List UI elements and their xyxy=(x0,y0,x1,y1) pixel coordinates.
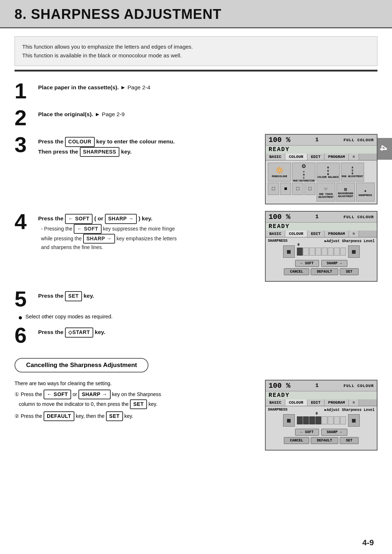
lcd-mode-2: FULL COLOUR xyxy=(343,215,374,219)
lcd-sharpness-body-2: SHARPNESS ▶Adjust Sharpness Level ▦ 0 xyxy=(266,237,377,281)
screen-3-container: 100 % 1 FULL COLOUR READY BASIC COLOUR E… xyxy=(265,380,377,451)
sharp-key-cancel: SHARP → xyxy=(78,390,110,399)
colour-key: COLOUR xyxy=(65,137,95,147)
lcd-icon-row2: □ ■ □ □ ☞ ONE TOUCHADJUSTMENT ▤ BACKGROU… xyxy=(268,183,375,201)
step-3-left: 3 Press the COLOUR key to enter the colo… xyxy=(15,134,258,157)
lcd-counter-3: 1 xyxy=(315,383,319,389)
sharp-btn-2[interactable]: SHARP → xyxy=(321,260,347,267)
tab-program-2: PROGRAM xyxy=(324,231,349,237)
sharpness-label-row-3: SHARPNESS ▶Adjust Sharpness Level xyxy=(268,408,375,412)
default-btn-3[interactable]: DEFAULT xyxy=(311,437,338,444)
tab-colour-1: COLOUR xyxy=(285,154,307,160)
lcd-counter-1: 1 xyxy=(315,137,319,143)
seg-2-7 xyxy=(334,248,340,256)
soft-key-sub: ← SOFT xyxy=(74,224,101,234)
tab-program-1: PROGRAM xyxy=(324,154,349,160)
icon-colour-balance: RGB COLOUR BALANCE xyxy=(317,163,340,182)
cancel-intro: There are two ways for clearing the sett… xyxy=(15,380,258,387)
seg-row-3 xyxy=(297,416,346,424)
step-2: 2 Place the original(s). ► Page 2-9 xyxy=(15,107,377,129)
seg-3-6 xyxy=(328,416,334,424)
bar-wrapper-3: 0 xyxy=(297,416,346,424)
start-key-6: ◇START xyxy=(65,327,93,338)
default-btn-2[interactable]: DEFAULT xyxy=(311,268,338,275)
seg-2-5 xyxy=(322,248,327,256)
step-4-subtext: - Pressing the ← SOFT key suppresses the… xyxy=(41,224,258,251)
bar-icon-left-2: ▦ xyxy=(283,245,295,258)
tab-edit-1: EDIT xyxy=(307,154,324,160)
soft-btn-2[interactable]: ← SOFT xyxy=(295,260,319,267)
cancel-btn-3[interactable]: CANCEL xyxy=(284,437,309,444)
lcd-counter-2: 1 xyxy=(315,214,319,220)
seg-3-4 xyxy=(315,416,321,424)
cancel-btn-2[interactable]: CANCEL xyxy=(284,268,309,275)
bar-icon-left-3: ▦ xyxy=(283,414,295,427)
step-3-row: 3 Press the COLOUR key to enter the colo… xyxy=(15,134,258,157)
set-key-cancel: SET xyxy=(130,399,147,409)
set-key-5: SET xyxy=(65,291,82,301)
sharpness-label-row: SHARPNESS ▶Adjust Sharpness Level xyxy=(268,239,375,243)
step-1-suffix: ► Page 2-4 xyxy=(121,84,151,90)
lcd-screen-3: 100 % 1 FULL COLOUR READY BASIC COLOUR E… xyxy=(265,380,377,451)
icon-monocolour: 🔆 MONOCOLOUR xyxy=(268,163,291,182)
lcd-top-bar-3: 100 % 1 FULL COLOUR xyxy=(266,380,377,391)
page-header: 8. SHARPNESS ADJUSTMENT xyxy=(0,0,392,28)
lcd-screen-2: 100 % 1 FULL COLOUR READY BASIC COLOUR E… xyxy=(265,211,377,282)
icon-one-touch: ☞ ONE TOUCHADJUSTMENT xyxy=(317,183,335,201)
bar-icon-right-3: ▦ xyxy=(348,414,360,427)
cancel-row: There are two ways for clearing the sett… xyxy=(15,380,377,451)
step-4-content: Press the ← SOFT ( or SHARP → ) key. - P… xyxy=(38,211,258,251)
set-key-cancel-2: SET xyxy=(106,411,123,421)
bullet-text: Select other copy modes as required. xyxy=(25,314,113,319)
set-btn-2[interactable]: SET xyxy=(340,268,359,275)
tab-basic-2: BASIC xyxy=(266,231,285,237)
step-4-left: 4 Press the ← SOFT ( or SHARP → ) key. -… xyxy=(15,211,258,251)
soft-key-cancel: ← SOFT xyxy=(44,390,71,399)
step-3-text: Press the COLOUR key to enter the colour… xyxy=(38,137,258,157)
seg-3-2 xyxy=(303,416,309,424)
step-4-text: Press the ← SOFT ( or SHARP → ) key. xyxy=(38,214,258,224)
bar-wrapper-2: 0 xyxy=(297,248,346,256)
seg-2-2 xyxy=(303,248,309,256)
seg-row-2 xyxy=(297,248,346,256)
cancel-left: There are two ways for clearing the sett… xyxy=(15,380,258,423)
action-buttons-2: CANCEL DEFAULT SET xyxy=(268,268,375,275)
sharpness-label: SHARPNESS xyxy=(268,239,287,243)
set-btn-3[interactable]: SET xyxy=(340,437,359,444)
bar-area-2: ▦ 0 xyxy=(268,245,375,258)
soft-key-4: ← SOFT xyxy=(65,214,93,224)
icon-sharpness: ✦ SHARPNESS xyxy=(356,183,375,201)
step-1-content: Place paper in the cassette(s). ► Page 2… xyxy=(38,80,377,92)
soft-sharp-buttons-2: ← SOFT SHARP → xyxy=(268,260,375,267)
step-4: 4 Press the ← SOFT ( or SHARP → ) key. -… xyxy=(15,211,377,282)
tab-basic-1: BASIC xyxy=(266,154,285,160)
lcd-ready-2: READY xyxy=(266,223,377,231)
seg-2-4 xyxy=(315,248,321,256)
step-3-number: 3 xyxy=(15,134,38,156)
lcd-top-bar-2: 100 % 1 FULL COLOUR xyxy=(266,212,377,223)
sharpness-sublabel-3: ▶Adjust Sharpness Level xyxy=(324,408,375,412)
page-number: 4-9 xyxy=(362,538,374,547)
cancelling-title: Cancelling the Sharpness Adjustment xyxy=(15,358,148,372)
lcd-body-1: 🔆 MONOCOLOUR ⚙ Y M C HUE/SATURATION xyxy=(266,160,377,204)
bar-icon-right-2: ▦ xyxy=(348,245,360,258)
cancel-item-1: ① Press the ← SOFT or SHARP → key on the… xyxy=(15,390,258,409)
content-area: 1 Place paper in the cassette(s). ► Page… xyxy=(0,77,392,451)
sharp-btn-3[interactable]: SHARP → xyxy=(321,429,347,436)
icon-background: ▤ BACKGROUNDADJUSTMENT xyxy=(336,183,355,201)
lcd-icon-row1: 🔆 MONOCOLOUR ⚙ Y M C HUE/SATURATION xyxy=(268,163,375,182)
lcd-percent-1: 100 % xyxy=(269,136,290,144)
step-6-number: 6 xyxy=(15,325,38,346)
step-5-number: 5 xyxy=(15,288,38,310)
seg-3-8 xyxy=(340,416,346,424)
step-2-number: 2 xyxy=(15,107,38,129)
icon-small-3: □ xyxy=(292,183,303,195)
seg-2-1 xyxy=(297,248,303,256)
lcd-tabs-1: BASIC COLOUR EDIT PROGRAM ≡ xyxy=(266,154,377,160)
cancelling-box-wrapper: Cancelling the Sharpness Adjustment xyxy=(15,351,377,376)
tab-edit-2: EDIT xyxy=(307,231,324,237)
step-2-content: Place the original(s). ► Page 2-9 xyxy=(38,107,377,119)
lcd-tabs-3: BASIC COLOUR EDIT PROGRAM ≡ xyxy=(266,399,377,406)
soft-btn-3[interactable]: ← SOFT xyxy=(295,429,319,436)
zero-label-2: 0 xyxy=(298,243,300,247)
